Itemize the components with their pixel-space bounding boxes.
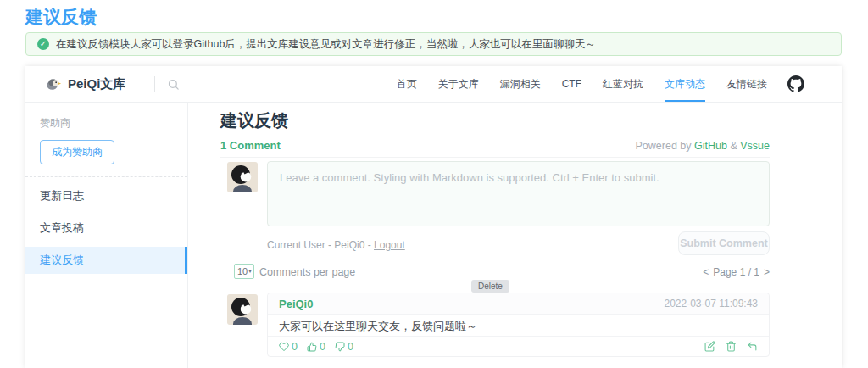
tip-text: 在建议反馈模块大家可以登录Github后，提出文库建设意见或对文章进行修正，当然… xyxy=(56,37,596,52)
main-content: 建议反馈 1 Comment Powered by GitHub & Vssue xyxy=(220,103,770,368)
delete-tooltip: Delete xyxy=(471,280,509,293)
comment-author[interactable]: PeiQi0 xyxy=(279,298,313,310)
thumbs-up-icon xyxy=(307,342,317,352)
vssue-link[interactable]: Vssue xyxy=(740,140,770,152)
powered-by-text: Powered by xyxy=(636,140,692,152)
navbar-links: 首页 关于文库 漏洞相关 CTF 红蓝对抗 文库动态 友情链接 xyxy=(376,66,804,102)
content-heading: 建议反馈 xyxy=(220,109,288,132)
current-user-status: Current User - PeiQi0 - Logout xyxy=(267,239,405,251)
nav-item-about[interactable]: 关于文库 xyxy=(438,66,479,102)
page-title: 建议反馈 xyxy=(25,5,97,29)
edit-comment-icon[interactable] xyxy=(704,341,715,352)
heart-reaction[interactable]: 0 xyxy=(279,341,298,353)
comments-controls: 10 ▾ Comments per page < Page 1 / 1 > xyxy=(220,264,770,281)
github-icon[interactable] xyxy=(787,75,804,92)
comment-author-avatar xyxy=(227,294,258,325)
check-circle-icon: ✓ xyxy=(37,38,49,50)
current-user-avatar xyxy=(227,162,258,192)
editor-status-row: Current User - PeiQi0 - Logout Submit Co… xyxy=(267,231,770,257)
comment-footer: 0 0 0 xyxy=(268,336,769,356)
comment-body: 大家可以在这里聊天交友，反馈问题啦～ xyxy=(268,315,769,336)
sidebar: 赞助商 成为赞助商 更新日志 文章投稿 建议反馈 xyxy=(25,103,188,368)
heart-count: 0 xyxy=(292,341,298,353)
logout-link[interactable]: Logout xyxy=(374,239,405,251)
embedded-site-screenshot: PeiQi文库 首页 关于文库 漏洞相关 CTF 红蓝对抗 文库动态 友情链接 xyxy=(25,66,842,368)
comment-timestamp: 2022-03-07 11:09:43 xyxy=(664,298,758,309)
divider xyxy=(25,176,187,177)
comment-reactions: 0 0 0 xyxy=(279,341,353,353)
like-reaction[interactable]: 0 xyxy=(307,341,326,353)
vssue-header: 1 Comment Powered by GitHub & Vssue xyxy=(220,139,770,152)
ampersand: & xyxy=(730,140,737,152)
per-page-label: Comments per page xyxy=(259,266,355,278)
nav-item-home[interactable]: 首页 xyxy=(397,66,417,102)
comment-actions xyxy=(704,341,758,352)
divider xyxy=(220,157,770,158)
comment-card: PeiQi0 2022-03-07 11:09:43 大家可以在这里聊天交友，反… xyxy=(267,293,770,357)
sidebar-item-changelog[interactable]: 更新日志 xyxy=(25,182,187,209)
sidebar-item-submit-article[interactable]: 文章投稿 xyxy=(25,215,187,242)
github-link[interactable]: GitHub xyxy=(694,140,727,152)
tip-banner: ✓ 在建议反馈模块大家可以登录Github后，提出文库建设意见或对文章进行修正，… xyxy=(25,32,842,56)
navbar: PeiQi文库 首页 关于文库 漏洞相关 CTF 红蓝对抗 文库动态 友情链接 xyxy=(25,66,842,103)
site-logo-icon[interactable] xyxy=(46,76,62,92)
dislike-count: 0 xyxy=(348,341,353,353)
current-user-text: Current User - PeiQi0 - xyxy=(267,239,374,251)
become-sponsor-button[interactable]: 成为赞助商 xyxy=(40,140,114,164)
next-page-arrow[interactable]: > xyxy=(764,266,770,278)
pagination: < Page 1 / 1 > xyxy=(703,266,770,278)
divider xyxy=(154,76,155,92)
reply-comment-icon[interactable] xyxy=(747,341,758,352)
per-page-select[interactable]: 10 ▾ xyxy=(234,264,254,279)
chevron-down-icon: ▾ xyxy=(248,268,252,275)
site-brand[interactable]: PeiQi文库 xyxy=(68,76,125,92)
nav-item-vulns[interactable]: 漏洞相关 xyxy=(500,66,541,102)
nav-item-news[interactable]: 文库动态 xyxy=(665,66,705,102)
per-page-value: 10 xyxy=(237,266,248,276)
screen: 建议反馈 ✓ 在建议反馈模块大家可以登录Github后，提出文库建设意见或对文章… xyxy=(0,0,868,368)
navbar-left: PeiQi文库 xyxy=(46,66,180,102)
heart-icon xyxy=(279,342,289,352)
powered-by: Powered by GitHub & Vssue xyxy=(636,140,770,152)
like-count: 0 xyxy=(320,341,326,353)
dislike-reaction[interactable]: 0 xyxy=(335,341,353,353)
nav-item-ctf[interactable]: CTF xyxy=(562,66,581,102)
sidebar-item-feedback[interactable]: 建议反馈 xyxy=(25,247,187,274)
prev-page-arrow[interactable]: < xyxy=(703,266,709,278)
submit-comment-button[interactable]: Submit Comment xyxy=(678,231,770,255)
page-indicator: Page 1 / 1 xyxy=(713,266,760,278)
nav-item-links[interactable]: 友情链接 xyxy=(726,66,767,102)
search-icon[interactable] xyxy=(167,78,180,91)
thumbs-down-icon xyxy=(335,342,345,352)
nav-item-redblue[interactable]: 红蓝对抗 xyxy=(603,66,643,102)
comment-editor[interactable] xyxy=(267,161,770,226)
comment-header: PeiQi0 2022-03-07 11:09:43 xyxy=(268,293,769,315)
delete-comment-icon[interactable] xyxy=(726,341,737,352)
sponsor-section-label: 赞助商 xyxy=(40,116,187,131)
comments-count: 1 Comment xyxy=(220,139,281,152)
